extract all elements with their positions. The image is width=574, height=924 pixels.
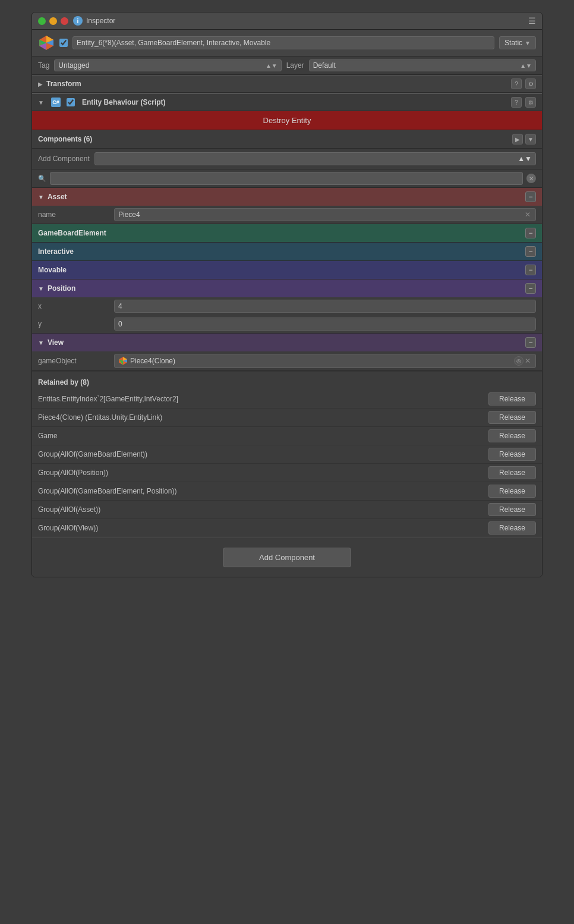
interactive-remove-button[interactable]: −	[525, 246, 536, 257]
transform-help-button[interactable]: ?	[511, 78, 522, 89]
info-icon: i	[73, 16, 83, 26]
position-y-value[interactable]: 0	[114, 318, 536, 331]
entity-header: Entity_6(*8)(Asset, GameBoardElement, In…	[32, 30, 542, 56]
view-title: View	[48, 338, 525, 347]
add-component-row: Add Component ▲▼	[32, 149, 542, 169]
movable-title: Movable	[38, 266, 525, 274]
transform-triangle[interactable]: ▶	[38, 81, 43, 87]
eb-active-checkbox[interactable]	[67, 98, 75, 106]
release-button-7[interactable]: Release	[488, 521, 536, 535]
retained-row-1: Piece4(Clone) (Entitas.Unity.EntityLink)…	[32, 408, 542, 427]
transform-icons: ? ⚙	[511, 78, 536, 89]
search-icon: 🔍	[38, 175, 46, 183]
title-bar-icons: ☰	[528, 16, 536, 26]
inspector-window: i Inspector ☰ Entity_6(*8)(Asset, GameBo	[31, 12, 543, 577]
position-y-label: y	[38, 320, 109, 328]
view-gameobject-label: gameObject	[38, 357, 109, 365]
retained-name-4: Group(AllOf(Position))	[38, 469, 484, 477]
movable-remove-button[interactable]: −	[525, 265, 536, 275]
position-remove-button[interactable]: −	[525, 283, 536, 294]
interactive-title: Interactive	[38, 247, 525, 256]
asset-name-field-row: name Piece4 ✕	[32, 206, 542, 224]
release-button-2[interactable]: Release	[488, 429, 536, 442]
movable-component-header[interactable]: Movable −	[32, 261, 542, 279]
view-gameobject-icon	[118, 356, 128, 366]
release-button-4[interactable]: Release	[488, 466, 536, 479]
asset-component-header[interactable]: ▼ Asset −	[32, 188, 542, 206]
close-button[interactable]	[61, 17, 68, 25]
retained-name-3: Group(AllOf(GameBoardElement))	[38, 450, 484, 458]
tag-layer-row: Tag Untagged ▲▼ Layer Default ▲▼	[32, 56, 542, 75]
position-x-value[interactable]: 4	[114, 300, 536, 313]
script-icon: C#	[51, 98, 61, 107]
retained-name-5: Group(AllOf(GameBoardElement, Position))	[38, 487, 484, 495]
eb-help-button[interactable]: ?	[511, 97, 522, 108]
destroy-entity-button[interactable]: Destroy Entity	[32, 111, 542, 130]
eb-icons: ? ⚙	[511, 97, 536, 108]
tag-label: Tag	[38, 61, 49, 70]
entity-active-checkbox[interactable]	[59, 39, 68, 47]
gameboardelement-remove-button[interactable]: −	[525, 228, 536, 238]
window-controls	[38, 17, 68, 25]
release-button-0[interactable]: Release	[488, 392, 536, 406]
entity-name-field[interactable]: Entity_6(*8)(Asset, GameBoardElement, In…	[72, 36, 494, 49]
entity-icon	[38, 34, 55, 51]
components-header: Components (6) ▶ ▼	[32, 130, 542, 149]
interactive-component-block: Interactive −	[32, 243, 542, 261]
components-menu-button[interactable]: ▼	[525, 134, 536, 144]
components-collapse-button[interactable]: ▶	[512, 134, 523, 144]
position-triangle: ▼	[38, 285, 44, 292]
components-title: Components (6)	[38, 135, 510, 143]
layer-dropdown-arrow: ▲▼	[520, 62, 532, 69]
zoom-button[interactable]	[49, 17, 57, 25]
asset-name-value[interactable]: Piece4 ✕	[114, 208, 536, 221]
bottom-add-component-button[interactable]: Add Component	[223, 548, 351, 567]
view-component-block: ▼ View − gameObject Piece4(Clone) ◎ ✕	[32, 334, 542, 371]
view-gameobject-row: gameObject Piece4(Clone) ◎ ✕	[32, 351, 542, 370]
interactive-component-header[interactable]: Interactive −	[32, 243, 542, 260]
layer-select[interactable]: Default ▲▼	[309, 59, 536, 71]
view-component-header[interactable]: ▼ View −	[32, 334, 542, 351]
asset-name-clear-button[interactable]: ✕	[523, 210, 532, 219]
inspector-title: Inspector	[86, 17, 115, 25]
release-button-3[interactable]: Release	[488, 448, 536, 461]
add-component-dropdown-arrow: ▲▼	[518, 155, 532, 163]
release-button-1[interactable]: Release	[488, 411, 536, 424]
movable-component-block: Movable −	[32, 261, 542, 279]
search-input[interactable]	[50, 172, 523, 185]
asset-component-block: ▼ Asset − name Piece4 ✕	[32, 188, 542, 224]
asset-remove-button[interactable]: −	[525, 191, 536, 202]
transform-title: Transform	[46, 80, 511, 88]
view-gameobject-target-button[interactable]: ◎	[514, 356, 523, 366]
release-button-5[interactable]: Release	[488, 485, 536, 498]
search-row: 🔍 ✕	[32, 169, 542, 188]
position-component-header[interactable]: ▼ Position −	[32, 279, 542, 297]
menu-icon[interactable]: ☰	[528, 16, 536, 26]
search-clear-button[interactable]: ✕	[526, 174, 536, 183]
gameboardelement-component-header[interactable]: GameBoardElement −	[32, 224, 542, 242]
view-gameobject-value[interactable]: Piece4(Clone) ◎ ✕	[114, 354, 536, 368]
eb-triangle[interactable]: ▼	[38, 99, 44, 106]
view-gameobject-clear-button[interactable]: ✕	[523, 357, 532, 365]
retained-name-7: Group(AllOf(View))	[38, 524, 484, 532]
eb-settings-button[interactable]: ⚙	[525, 97, 536, 108]
transform-settings-button[interactable]: ⚙	[525, 78, 536, 89]
title-bar: i Inspector ☰	[32, 12, 542, 30]
release-button-6[interactable]: Release	[488, 503, 536, 516]
view-triangle: ▼	[38, 340, 44, 346]
retained-name-2: Game	[38, 432, 484, 440]
position-x-row: x 4	[32, 297, 542, 315]
layer-label: Layer	[286, 61, 304, 70]
tag-select[interactable]: Untagged ▲▼	[54, 59, 281, 71]
inspector-body: Entity_6(*8)(Asset, GameBoardElement, In…	[32, 30, 542, 577]
asset-name-label: name	[38, 210, 109, 219]
add-component-input[interactable]: ▲▼	[94, 152, 536, 165]
static-dropdown-arrow: ▼	[525, 40, 531, 46]
title-bar-label: i Inspector	[73, 16, 115, 26]
view-remove-button[interactable]: −	[525, 337, 536, 348]
retained-row-0: Entitas.EntityIndex`2[GameEntity,IntVect…	[32, 390, 542, 408]
static-button[interactable]: Static ▼	[499, 36, 536, 49]
retained-name-0: Entitas.EntityIndex`2[GameEntity,IntVect…	[38, 395, 484, 403]
minimize-button[interactable]	[38, 17, 46, 25]
position-title: Position	[48, 284, 525, 293]
